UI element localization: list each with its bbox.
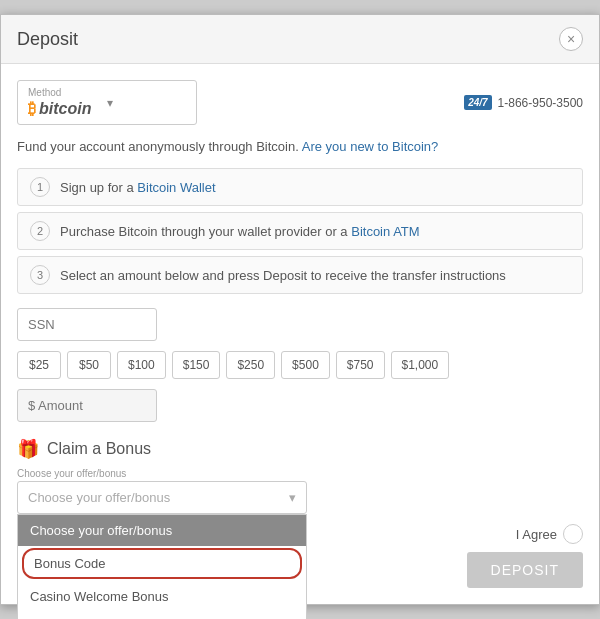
support-contact: 24/7 1-866-950-3500 (464, 95, 583, 110)
amount-btn-25[interactable]: $25 (17, 351, 61, 379)
dropdown-item-choose[interactable]: Choose your offer/bonus (18, 515, 306, 546)
step-3-num: 3 (30, 265, 50, 285)
step-3-text: Select an amount below and press Deposit… (60, 268, 506, 283)
bonus-dropdown-menu: Choose your offer/bonus Bonus Code Casin… (17, 514, 307, 619)
amount-btn-250[interactable]: $250 (226, 351, 275, 379)
bonus-title: Claim a Bonus (47, 440, 151, 458)
amount-btn-1000[interactable]: $1,000 (391, 351, 450, 379)
dropdown-item-bonus-code[interactable]: Bonus Code (22, 548, 302, 579)
steps-list: 1 Sign up for a Bitcoin Wallet 2 Purchas… (17, 168, 583, 294)
amount-btn-750[interactable]: $750 (336, 351, 385, 379)
step-3: 3 Select an amount below and press Depos… (17, 256, 583, 294)
bonus-section: 🎁 Claim a Bonus Choose your offer/bonus … (17, 438, 583, 514)
bitcoin-icon: ₿ (28, 100, 36, 118)
agree-checkbox[interactable] (563, 524, 583, 544)
method-label: Method (28, 87, 91, 98)
dropdown-item-50-welcome[interactable]: 50% Welcome Bonus (18, 612, 306, 619)
step-1-num: 1 (30, 177, 50, 197)
method-select[interactable]: Method ₿ bitcoin ▾ (17, 80, 197, 125)
bonus-chevron-icon: ▾ (289, 490, 296, 505)
dialog-body: Method ₿ bitcoin ▾ 24/7 1-866-950-3500 F… (1, 64, 599, 604)
method-label-block: Method ₿ bitcoin (28, 87, 91, 118)
dropdown-item-casino-welcome[interactable]: Casino Welcome Bonus (18, 581, 306, 612)
bonus-dropdown-container: Choose your offer/bonus Choose your offe… (17, 468, 307, 514)
agree-row: I Agree (516, 524, 583, 544)
bitcoin-logo: ₿ bitcoin (28, 100, 91, 118)
bonus-dropdown-value: Choose your offer/bonus (28, 490, 170, 505)
bitcoin-atm-link[interactable]: Bitcoin ATM (351, 224, 419, 239)
bitcoin-name: bitcoin (39, 100, 91, 118)
bitcoin-info-link[interactable]: Are you new to Bitcoin? (302, 139, 439, 154)
step-1-text: Sign up for a Bitcoin Wallet (60, 180, 216, 195)
support-badge: 24/7 (464, 95, 491, 110)
amount-btn-500[interactable]: $500 (281, 351, 330, 379)
step-2-text: Purchase Bitcoin through your wallet pro… (60, 224, 420, 239)
close-button[interactable]: × (559, 27, 583, 51)
amount-btn-150[interactable]: $150 (172, 351, 221, 379)
gift-icon: 🎁 (17, 438, 39, 460)
step-2-num: 2 (30, 221, 50, 241)
dialog-title: Deposit (17, 29, 78, 50)
deposit-dialog: Deposit × Method ₿ bitcoin ▾ 24/7 1-866-… (0, 14, 600, 605)
amount-btn-50[interactable]: $50 (67, 351, 111, 379)
bitcoin-wallet-link[interactable]: Bitcoin Wallet (137, 180, 215, 195)
support-phone[interactable]: 1-866-950-3500 (498, 96, 583, 110)
bonus-header: 🎁 Claim a Bonus (17, 438, 583, 460)
bonus-dropdown-button[interactable]: Choose your offer/bonus ▾ (17, 481, 307, 514)
step-2: 2 Purchase Bitcoin through your wallet p… (17, 212, 583, 250)
chevron-down-icon: ▾ (107, 96, 113, 110)
agree-deposit: I Agree DEPOSIT (467, 524, 583, 588)
step-1: 1 Sign up for a Bitcoin Wallet (17, 168, 583, 206)
bonus-dropdown-label: Choose your offer/bonus (17, 468, 307, 479)
method-row: Method ₿ bitcoin ▾ 24/7 1-866-950-3500 (17, 80, 583, 125)
custom-amount-input[interactable] (17, 389, 157, 422)
dialog-header: Deposit × (1, 15, 599, 64)
agree-label: I Agree (516, 527, 557, 542)
ssn-input[interactable] (17, 308, 157, 341)
amount-buttons: $25 $50 $100 $150 $250 $500 $750 $1,000 (17, 351, 583, 379)
amount-btn-100[interactable]: $100 (117, 351, 166, 379)
info-text: Fund your account anonymously through Bi… (17, 139, 583, 154)
deposit-button[interactable]: DEPOSIT (467, 552, 583, 588)
